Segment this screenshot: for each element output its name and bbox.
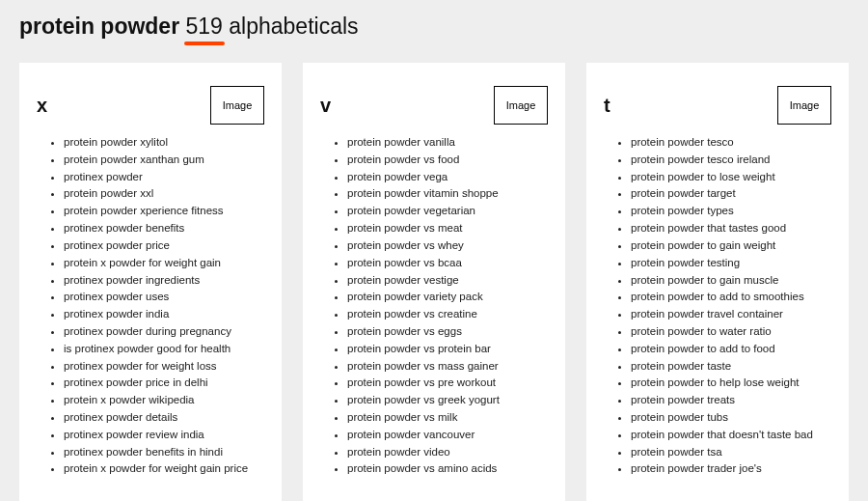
column-card-t: tImageprotein powder tescoprotein powder…: [586, 63, 849, 501]
keyword-item[interactable]: protein powder to lose weight: [631, 169, 831, 186]
keyword-list: protein powder vanillaprotein powder vs …: [320, 134, 548, 478]
keyword-item[interactable]: protein powder tesco ireland: [631, 152, 831, 169]
page-title: protein powder 519 alphabeticals: [19, 14, 849, 40]
column-letter: x: [37, 95, 47, 117]
keyword-item[interactable]: protein powder taste: [631, 358, 831, 376]
result-count: 519: [186, 14, 223, 40]
keyword-item[interactable]: protein powder vitamin shoppe: [347, 185, 548, 203]
keyword-item[interactable]: protein powder tsa: [631, 444, 831, 461]
title-suffix: alphabeticals: [229, 14, 358, 39]
keyword-item[interactable]: protein powder vs protein bar: [347, 341, 548, 358]
image-placeholder: Image: [777, 86, 831, 125]
column-card-v: vImageprotein powder vanillaprotein powd…: [303, 63, 565, 501]
keyword-item[interactable]: protein powder video: [347, 444, 548, 461]
keyword-item[interactable]: protein powder vs greek yogurt: [347, 392, 548, 409]
keyword-item[interactable]: protein powder to gain weight: [631, 237, 831, 255]
alphabetical-columns: xImageprotein powder xylitolprotein powd…: [19, 63, 849, 501]
keyword-item[interactable]: protein powder to water ratio: [631, 323, 831, 341]
keyword-item[interactable]: protein powder vs whey: [347, 237, 548, 255]
keyword-item[interactable]: protinex powder for weight loss: [64, 358, 264, 376]
keyword-item[interactable]: protinex powder price in delhi: [64, 375, 264, 392]
keyword-item[interactable]: protein powder trader joe's: [631, 460, 831, 478]
keyword-item[interactable]: protein powder vs mass gainer: [347, 358, 548, 376]
keyword-item[interactable]: protinex powder details: [64, 409, 264, 427]
keyword-item[interactable]: protinex powder benefits: [64, 220, 264, 237]
keyword-item[interactable]: protinex powder: [64, 169, 264, 186]
topic-name: protein powder: [19, 14, 179, 39]
keyword-item[interactable]: protein powder types: [631, 203, 831, 220]
keyword-item[interactable]: protein powder that doesn't taste bad: [631, 427, 831, 444]
keyword-item[interactable]: protein powder vancouver: [347, 427, 548, 444]
keyword-list: protein powder tescoprotein powder tesco…: [604, 134, 831, 478]
keyword-item[interactable]: protein powder xperience fitness: [64, 203, 264, 220]
keyword-item[interactable]: protein powder xxl: [64, 185, 264, 203]
keyword-item[interactable]: protein powder vs bcaa: [347, 255, 548, 272]
column-letter: t: [604, 95, 610, 117]
keyword-item[interactable]: protein powder to add to food: [631, 341, 831, 358]
keyword-item[interactable]: protinex powder uses: [64, 289, 264, 306]
keyword-item[interactable]: protein powder vegetarian: [347, 203, 548, 220]
keyword-item[interactable]: protein powder treats: [631, 392, 831, 409]
keyword-item[interactable]: protein powder vega: [347, 169, 548, 186]
card-header: xImage: [37, 82, 264, 128]
card-header: vImage: [320, 82, 548, 128]
keyword-item[interactable]: protein powder vs pre workout: [347, 375, 548, 392]
keyword-item[interactable]: protinex powder price: [64, 237, 264, 255]
keyword-item[interactable]: protein powder vs amino acids: [347, 460, 548, 478]
keyword-item[interactable]: protein powder vanilla: [347, 134, 548, 152]
keyword-item[interactable]: protein powder xanthan gum: [64, 152, 264, 169]
keyword-list: protein powder xylitolprotein powder xan…: [37, 134, 264, 478]
keyword-item[interactable]: protein powder vs eggs: [347, 323, 548, 341]
keyword-item[interactable]: protein x powder for weight gain price: [64, 460, 264, 478]
keyword-item[interactable]: protein powder vs food: [347, 152, 548, 169]
keyword-item[interactable]: protein powder to gain muscle: [631, 272, 831, 290]
keyword-item[interactable]: protein powder variety pack: [347, 289, 548, 306]
keyword-item[interactable]: protein powder to help lose weight: [631, 375, 831, 392]
keyword-item[interactable]: protinex powder ingredients: [64, 272, 264, 290]
keyword-item[interactable]: protein x powder for weight gain: [64, 255, 264, 272]
keyword-item[interactable]: protein powder vs creatine: [347, 306, 548, 323]
keyword-item[interactable]: protein powder travel container: [631, 306, 831, 323]
image-placeholder: Image: [494, 86, 548, 125]
keyword-item[interactable]: protein powder vestige: [347, 272, 548, 290]
card-header: tImage: [604, 82, 831, 128]
keyword-item[interactable]: protinex powder during pregnancy: [64, 323, 264, 341]
keyword-item[interactable]: protein powder tesco: [631, 134, 831, 152]
keyword-item[interactable]: protein powder vs meat: [347, 220, 548, 237]
keyword-item[interactable]: is protinex powder good for health: [64, 341, 264, 358]
image-placeholder: Image: [210, 86, 264, 125]
keyword-item[interactable]: protinex powder benefits in hindi: [64, 444, 264, 461]
column-card-x: xImageprotein powder xylitolprotein powd…: [19, 63, 282, 501]
keyword-item[interactable]: protein powder xylitol: [64, 134, 264, 152]
keyword-item[interactable]: protein powder to add to smoothies: [631, 289, 831, 306]
keyword-item[interactable]: protein powder tubs: [631, 409, 831, 427]
keyword-item[interactable]: protinex powder review india: [64, 427, 264, 444]
keyword-item[interactable]: protein powder testing: [631, 255, 831, 272]
keyword-item[interactable]: protinex powder india: [64, 306, 264, 323]
keyword-item[interactable]: protein x powder wikipedia: [64, 392, 264, 409]
column-letter: v: [320, 95, 331, 117]
keyword-item[interactable]: protein powder target: [631, 185, 831, 203]
keyword-item[interactable]: protein powder vs milk: [347, 409, 548, 427]
keyword-item[interactable]: protein powder that tastes good: [631, 220, 831, 237]
